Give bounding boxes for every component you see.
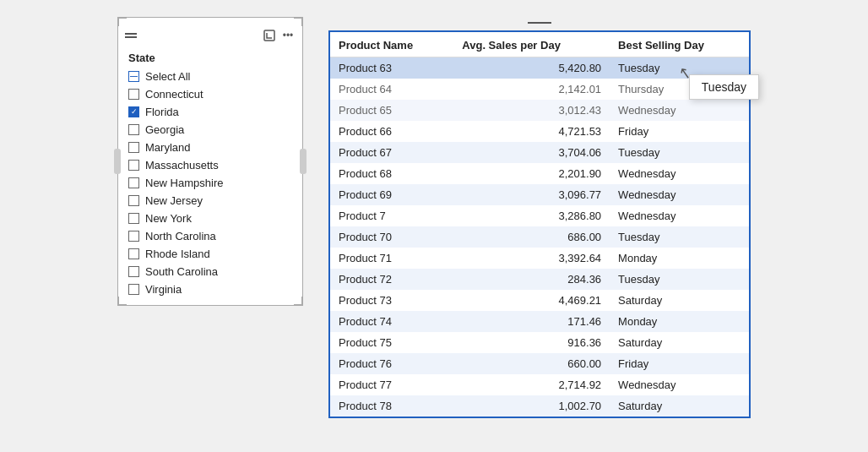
table-row[interactable]: Product 781,002.70Saturday [330, 395, 749, 417]
cell-best-day: Monday [610, 311, 749, 332]
filter-item-georgia[interactable]: Georgia [118, 121, 302, 139]
cell-best-day: Tuesday [610, 226, 749, 248]
filter-item-rhode-island[interactable]: Rhode Island [118, 245, 302, 263]
cell-product-name: Product 74 [330, 311, 453, 332]
cell-avg-sales: 3,704.06 [453, 142, 610, 163]
filter-label: South Carolina [145, 265, 218, 278]
filter-item-select-all[interactable]: Select All [118, 68, 302, 85]
checkbox-maryland[interactable] [128, 142, 139, 153]
cell-product-name: Product 69 [330, 184, 453, 205]
checkbox-georgia[interactable] [128, 124, 139, 135]
panel-resize-left[interactable] [114, 149, 121, 174]
table-row[interactable]: Product 693,096.77Wednesday [330, 184, 749, 205]
filter-item-new-jersey[interactable]: New Jersey [118, 192, 302, 210]
filter-item-new-hampshire[interactable]: New Hampshire [118, 174, 302, 192]
cell-product-name: Product 7 [330, 205, 453, 226]
filter-item-florida[interactable]: Florida [118, 103, 302, 121]
table-panel: Product Name Avg. Sales per Day Best Sel… [328, 17, 751, 418]
cell-product-name: Product 65 [330, 100, 453, 121]
filter-item-virginia[interactable]: Virginia [118, 280, 302, 298]
tooltip: Tuesday [689, 74, 759, 100]
table-wrapper: Product Name Avg. Sales per Day Best Sel… [328, 30, 751, 418]
checkbox-rhode-island[interactable] [128, 248, 139, 259]
table-row[interactable]: Product 74171.46Monday [330, 311, 749, 332]
table-header-row: Product Name Avg. Sales per Day Best Sel… [330, 32, 749, 57]
filter-item-north-carolina[interactable]: North Carolina [118, 227, 302, 245]
cell-best-day: Friday [610, 121, 749, 142]
table-row[interactable]: Product 734,469.21Saturday [330, 290, 749, 311]
col-product-name: Product Name [330, 32, 453, 57]
cell-best-day: Monday [610, 248, 749, 269]
cell-avg-sales: 284.36 [453, 269, 610, 290]
cell-avg-sales: 3,286.80 [453, 205, 610, 226]
table-drag-handle[interactable] [328, 17, 751, 30]
panel-resize-right[interactable] [300, 149, 307, 174]
drag-handle-icon[interactable] [125, 33, 137, 38]
cell-product-name: Product 71 [330, 248, 453, 269]
checkbox-virginia[interactable] [128, 284, 139, 295]
checkbox-north-carolina[interactable] [128, 231, 139, 242]
table-row[interactable]: Product 673,704.06Tuesday [330, 142, 749, 163]
cell-best-day: Wednesday [610, 205, 749, 226]
table-row[interactable]: Product 653,012.43Wednesday [330, 100, 749, 121]
cell-product-name: Product 68 [330, 163, 453, 184]
filter-item-massachusetts[interactable]: Massachusetts [118, 156, 302, 174]
data-table: Product Name Avg. Sales per Day Best Sel… [330, 32, 749, 417]
filter-label: Virginia [145, 283, 182, 296]
expand-icon[interactable] [262, 28, 277, 43]
cell-avg-sales: 3,392.64 [453, 248, 610, 269]
cell-best-day: Tuesday [610, 142, 749, 163]
table-row[interactable]: Product 664,721.53Friday [330, 121, 749, 142]
checkbox-new-hampshire[interactable] [128, 177, 139, 188]
cell-avg-sales: 4,721.53 [453, 121, 610, 142]
cell-avg-sales: 171.46 [453, 311, 610, 332]
cell-best-day: Tuesday [610, 269, 749, 290]
table-row[interactable]: Product 76660.00Friday [330, 353, 749, 374]
table-row[interactable]: Product 713,392.64Monday [330, 248, 749, 269]
filter-item-south-carolina[interactable]: South Carolina [118, 263, 302, 280]
filter-label: New Jersey [145, 194, 203, 207]
filter-item-new-york[interactable]: New York [118, 210, 302, 227]
filter-label: Maryland [145, 141, 190, 154]
cell-best-day: Wednesday [610, 163, 749, 184]
cell-product-name: Product 66 [330, 121, 453, 142]
cell-product-name: Product 75 [330, 332, 453, 353]
cell-avg-sales: 2,201.90 [453, 163, 610, 184]
table-row[interactable]: Product 70686.00Tuesday [330, 226, 749, 248]
filter-panel: ••• State Select AllConnecticutFloridaGe… [117, 17, 303, 306]
cell-best-day: Wednesday [610, 184, 749, 205]
main-container: ••• State Select AllConnecticutFloridaGe… [117, 17, 751, 418]
filter-label: North Carolina [145, 230, 216, 242]
checkbox-massachusetts[interactable] [128, 160, 139, 171]
checkbox-florida[interactable] [128, 106, 139, 117]
checkbox-south-carolina[interactable] [128, 266, 139, 277]
table-row[interactable]: Product 73,286.80Wednesday [330, 205, 749, 226]
cell-product-name: Product 73 [330, 290, 453, 311]
table-row[interactable]: Product 75916.36Saturday [330, 332, 749, 353]
filter-label: Massachusetts [145, 159, 219, 172]
more-options-icon[interactable]: ••• [280, 28, 296, 43]
checkbox-new-jersey[interactable] [128, 195, 139, 206]
cell-avg-sales: 5,420.80 [453, 57, 610, 79]
table-row[interactable]: Product 772,714.92Wednesday [330, 374, 749, 395]
cell-product-name: Product 77 [330, 374, 453, 395]
filter-items-container: Select AllConnecticutFloridaGeorgiaMaryl… [118, 68, 302, 298]
checkbox-select-all[interactable] [128, 71, 139, 82]
checkbox-new-york[interactable] [128, 213, 139, 224]
filter-item-connecticut[interactable]: Connecticut [118, 85, 302, 103]
cell-avg-sales: 3,096.77 [453, 184, 610, 205]
checkbox-connecticut[interactable] [128, 89, 139, 100]
cell-best-day: Saturday [610, 332, 749, 353]
cell-avg-sales: 686.00 [453, 226, 610, 248]
table-row[interactable]: Product 72284.36Tuesday [330, 269, 749, 290]
cell-product-name: Product 72 [330, 269, 453, 290]
cell-product-name: Product 76 [330, 353, 453, 374]
cell-product-name: Product 67 [330, 142, 453, 163]
filter-title: State [118, 48, 302, 68]
cell-avg-sales: 2,714.92 [453, 374, 610, 395]
filter-label: Georgia [145, 123, 184, 136]
header-icons: ••• [262, 28, 296, 43]
table-row[interactable]: Product 682,201.90Wednesday [330, 163, 749, 184]
cell-avg-sales: 4,469.21 [453, 290, 610, 311]
filter-item-maryland[interactable]: Maryland [118, 139, 302, 156]
